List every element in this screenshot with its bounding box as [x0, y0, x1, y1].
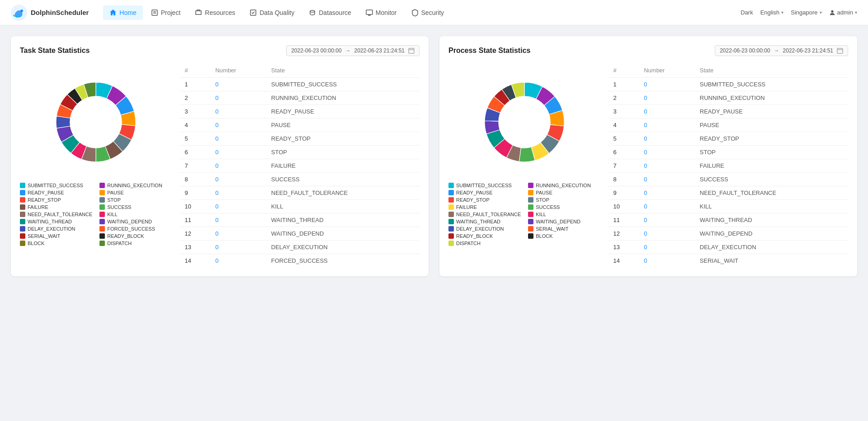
table-cell-2: SUCCESS [694, 173, 848, 186]
table-cell-2: RUNNING_EXECUTION [266, 91, 420, 105]
task-legend: SUBMITTED_SUCCESSRUNNING_EXECUTIONREADY_… [20, 183, 172, 246]
legend-item: READY_BLOCK [448, 233, 521, 239]
svg-point-6 [310, 10, 315, 12]
table-cell-0: 8 [608, 173, 639, 186]
table-row: 120WAITING_DEPEND [179, 227, 420, 241]
theme-toggle[interactable]: Dark [741, 9, 753, 16]
legend-label: KILL [536, 212, 546, 217]
legend-label: WAITING_DEPEND [536, 219, 580, 224]
main-content: Task State Statistics 2022-06-23 00:00:0… [0, 25, 868, 287]
legend-label: NEED_FAULT_TOLERANCE [456, 212, 521, 217]
table-cell-2: READY_PAUSE [694, 105, 848, 118]
nav-resources[interactable]: Resources [189, 5, 241, 20]
legend-color [528, 197, 533, 203]
table-cell-0: 6 [608, 146, 639, 159]
process-col-state: State [694, 63, 848, 78]
table-cell-2: FAILURE [266, 159, 420, 173]
legend-label: DELAY_EXECUTION [456, 226, 504, 232]
table-cell-2: KILL [694, 200, 848, 213]
legend-label: KILL [107, 212, 118, 217]
project-icon [151, 9, 158, 16]
legend-item: NEED_FAULT_TOLERANCE [448, 212, 521, 217]
table-cell-2: SUBMITTED_SUCCESS [266, 78, 420, 91]
table-cell-0: 10 [608, 200, 639, 213]
legend-item: SUCCESS [99, 204, 172, 210]
process-legend: SUBMITTED_SUCCESSRUNNING_EXECUTIONREADY_… [448, 183, 601, 246]
table-cell-0: 7 [179, 159, 210, 173]
table-cell-2: WAITING_THREAD [266, 213, 420, 227]
nav-resources-label: Resources [205, 9, 235, 16]
legend-color [20, 204, 25, 210]
table-row: 80SUCCESS [608, 173, 849, 186]
legend-label: RUNNING_EXECUTION [107, 183, 162, 188]
legend-item: SUBMITTED_SUCCESS [20, 183, 92, 188]
table-row: 40PAUSE [179, 118, 420, 132]
legend-item: KILL [99, 212, 172, 217]
process-table-body: 10SUBMITTED_SUCCESS20RUNNING_EXECUTION30… [608, 78, 849, 268]
svg-rect-7 [366, 10, 373, 14]
task-date-range[interactable]: 2022-06-23 00:00:00 → 2022-06-23 21:24:5… [286, 45, 420, 56]
task-donut-svg [46, 72, 146, 172]
table-row: 20RUNNING_EXECUTION [608, 91, 849, 105]
process-date-start: 2022-06-23 00:00:00 [720, 47, 770, 54]
table-cell-2: PAUSE [266, 118, 420, 132]
svg-point-15 [70, 96, 122, 148]
nav-security[interactable]: Security [405, 5, 451, 20]
table-cell-2: FAILURE [694, 159, 848, 173]
logo-text: DolphinScheduler [31, 9, 89, 16]
nav-datasource[interactable]: Datasource [302, 5, 358, 20]
process-date-range[interactable]: 2022-06-23 00:00:00 → 2022-06-23 21:24:5… [715, 45, 848, 56]
region-label: Singapore [791, 9, 817, 16]
legend-color [528, 219, 533, 224]
table-cell-2: PAUSE [694, 118, 848, 132]
legend-color [20, 197, 25, 203]
table-cell-0: 14 [179, 254, 210, 268]
legend-item: BLOCK [528, 233, 600, 239]
svg-point-10 [831, 10, 833, 12]
table-row: 10SUBMITTED_SUCCESS [608, 78, 849, 91]
task-donut-chart [46, 72, 146, 172]
table-cell-2: DELAY_EXECUTION [266, 241, 420, 254]
table-cell-1: 0 [210, 227, 266, 241]
theme-label: Dark [741, 9, 753, 16]
region-chevron: ▾ [820, 10, 822, 15]
nav-items: Home Project Resources Data Quality Data… [103, 5, 741, 20]
table-row: 110WAITING_THREAD [179, 213, 420, 227]
table-cell-2: NEED_FAULT_TOLERANCE [266, 186, 420, 200]
legend-item: FORCED_SUCCESS [99, 226, 172, 232]
svg-point-1 [20, 9, 23, 12]
legend-item: DISPATCH [99, 241, 172, 246]
table-cell-1: 0 [638, 227, 694, 241]
svg-point-20 [499, 96, 550, 148]
legend-label: NEED_FAULT_TOLERANCE [28, 212, 92, 217]
nav-project[interactable]: Project [145, 5, 187, 20]
nav-dataquality[interactable]: Data Quality [243, 5, 301, 20]
table-cell-0: 8 [179, 173, 210, 186]
legend-color [528, 190, 533, 195]
table-cell-0: 7 [608, 159, 639, 173]
legend-item: READY_PAUSE [448, 190, 521, 195]
legend-color [448, 226, 454, 232]
table-row: 10SUBMITTED_SUCCESS [179, 78, 420, 91]
nav-home[interactable]: Home [103, 5, 142, 20]
table-cell-0: 11 [179, 213, 210, 227]
language-selector[interactable]: English ▾ [760, 9, 784, 16]
legend-color [448, 241, 454, 246]
table-cell-2: DELAY_EXECUTION [694, 241, 848, 254]
legend-item: WAITING_THREAD [448, 219, 521, 224]
region-selector[interactable]: Singapore ▾ [791, 9, 821, 16]
nav-monitor[interactable]: Monitor [359, 5, 403, 20]
legend-item: DELAY_EXECUTION [448, 226, 521, 232]
legend-color [20, 226, 25, 232]
legend-label: SUCCESS [536, 204, 560, 210]
user-menu[interactable]: admin ▾ [829, 9, 857, 16]
table-row: 110WAITING_THREAD [608, 213, 849, 227]
legend-item: WAITING_THREAD [20, 219, 92, 224]
table-cell-0: 1 [608, 78, 639, 91]
user-chevron: ▾ [855, 10, 857, 15]
legend-item: DISPATCH [448, 241, 521, 246]
table-cell-1: 0 [210, 254, 266, 268]
legend-item: PAUSE [99, 190, 172, 195]
process-col-num: # [608, 63, 639, 78]
logo[interactable]: DolphinScheduler [11, 5, 89, 21]
